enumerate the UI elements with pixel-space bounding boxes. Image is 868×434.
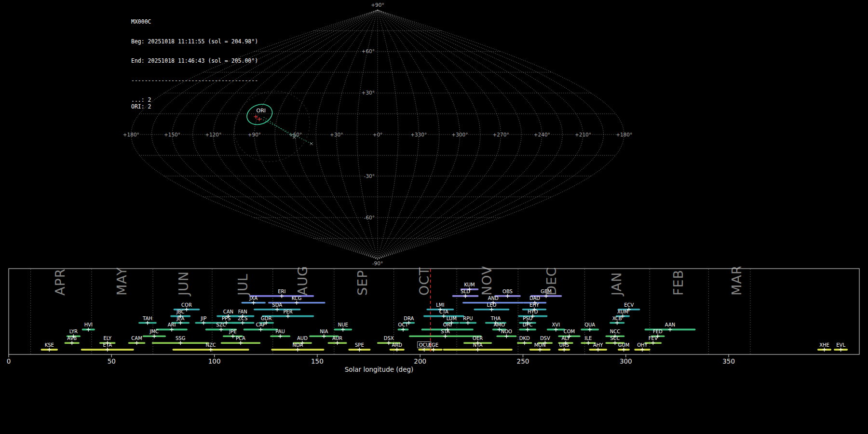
shower-activity-urs: URS [559,342,569,352]
shower-label: SDA [272,302,282,308]
shower-label: XCB [612,316,622,321]
longitude-label: +180° [616,132,632,137]
longitude-label: +330° [410,132,427,137]
shower-activity-dkd: DKD [518,336,531,345]
month-label: FEB [671,270,686,296]
shower-activity-hvi: HVI [83,322,94,331]
shower-activity-oct: OCT [398,322,409,331]
shower-activity-ard: ARD [390,342,404,352]
shower-label: SSG [176,336,185,341]
shower-label: XHE [819,342,829,348]
shower-label: URS [559,342,570,348]
shower-label: STA [441,329,450,334]
month-label: SEP [355,270,370,296]
station-code: MX000C [131,19,258,26]
shower-label: ORI [443,322,452,327]
longitude-label: +30° [330,132,343,137]
shower-label: LYR [69,329,78,334]
shower-label: PAU [275,329,285,334]
shower-label: JPE [229,329,236,334]
shower-label: AMO [494,322,505,327]
shower-activity-cam: CAM [129,336,145,345]
shower-label: GUM [618,342,630,348]
shower-label: AND [488,296,499,301]
shower-label: EHY [529,302,540,308]
latitude-label: -60° [364,215,375,220]
shower-label: NDA [292,342,303,348]
shower-label: FEV [649,336,658,341]
shower-label: KCG [292,296,302,301]
shower-activity-avb: AVB [65,336,79,345]
longitude-label: +270° [493,132,509,137]
shower-activity-spe: SPE [349,342,370,352]
month-label: NOV [479,267,494,296]
shower-label: COR [181,302,192,308]
longitude-label: +210° [575,132,591,137]
shower-activity-xhe: XHE [818,342,831,352]
shower-label: ILE [585,336,592,341]
meteor-radiant-figure: MX000C Beg: 20251018 11:11:55 (sol = 204… [0,0,868,434]
shower-label: AHY [593,342,603,348]
shower-label: DSV [540,336,550,341]
shower-activity-eta: ETA [81,342,133,352]
shower-label: CAN [223,309,233,314]
month-label: JAN [609,272,624,297]
shower-activity-kse: KSE [41,342,57,352]
shower-label: NIA [320,329,328,334]
shower-label: PSU [523,316,532,321]
shower-label: JBC [176,309,185,314]
pole-label-north: +90° [371,2,384,8]
longitude-label: +90° [248,132,261,137]
shower-activity-evl: EVL [835,342,847,352]
shower-count-line: ORI: 2 [131,104,258,110]
shower-activity-ohy: OHY [635,342,650,352]
shower-label: OCT [398,322,409,327]
shower-label: NOO [501,329,512,334]
shower-label: ERI [278,289,285,294]
shower-label: JXA [249,296,258,301]
x-tick-label: 350 [722,357,735,365]
shower-activity-obs: OBS [495,289,520,298]
shower-activity-nta: NTA [444,342,512,352]
longitude-label: +150° [164,132,180,137]
x-tick-label: 0 [7,357,11,365]
shower-label: AAN [665,322,675,327]
shower-activity-jip: JIP [196,316,211,325]
month-label: JUN [176,271,191,297]
longitude-label: +0° [373,132,383,137]
x-tick-label: 300 [620,357,632,365]
latitude-label: +30° [362,90,375,95]
shower-label: ARD [392,342,402,348]
shower-label: GDR [261,316,271,321]
shower-label: JIP [200,316,206,321]
shower-label: SCC [610,336,620,341]
shower-label: ETA [103,342,112,348]
shower-label: PCA [236,336,245,341]
latitude-label: -30° [364,173,375,179]
shower-label: KUM [464,282,475,287]
shower-label: NZC [205,342,216,348]
shower-label: DKD [519,336,530,341]
shower-label: ARI [168,322,176,327]
x-tick-label: 100 [208,357,221,365]
shower-label: LUM [447,316,457,321]
shower-label: DAD [529,296,540,301]
x-axis-title: Solar longitude (deg) [345,366,414,373]
shower-label: LEO [487,302,497,308]
latitude-label: +60° [362,48,375,54]
shower-label: RPU [463,316,473,321]
shower-label: ECV [624,302,634,308]
shower-label: DSX [384,336,394,341]
shower-label: AUD [297,336,308,341]
shower-label: ELY [103,336,112,341]
shower-label: XVI [552,322,560,327]
shower-label: SPE [355,342,364,348]
shower-count-line: ...: 2 [131,97,258,104]
shower-label: DRA [404,316,414,321]
shower-label: JEA [176,316,184,321]
meteor-track-line [261,119,312,144]
longitude-label: +240° [534,132,550,137]
longitude-label: +300° [451,132,468,137]
shower-label: MON [534,342,546,348]
shower-label: KSE [45,342,54,348]
